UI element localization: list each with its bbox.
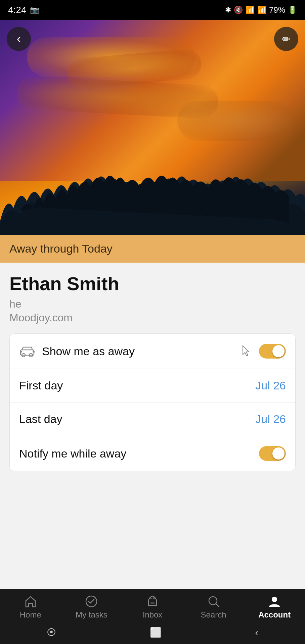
nav-search[interactable]: Search	[193, 595, 234, 620]
edit-button[interactable]: ✏	[274, 27, 298, 51]
svg-point-13	[272, 597, 277, 602]
notify-away-row: Notify me while away	[10, 436, 295, 471]
show-away-label: Show me as away	[42, 345, 135, 358]
battery-text: 79%	[269, 5, 285, 15]
svg-rect-5	[20, 351, 22, 353]
signal-icon: 📶	[257, 6, 266, 14]
nav-home-label: Home	[20, 610, 41, 620]
wifi-icon: 📶	[246, 6, 255, 14]
last-day-label: Last day	[19, 413, 62, 426]
bottom-nav: Home My tasks z z Inbox	[0, 589, 305, 644]
first-day-label: First day	[19, 379, 63, 392]
battery-icon: 🔋	[288, 6, 297, 14]
nav-search-label: Search	[201, 610, 226, 620]
cursor-icon	[242, 345, 251, 357]
car-icon	[19, 345, 35, 357]
camera-icon: 📷	[30, 6, 39, 14]
my-tasks-icon	[85, 595, 98, 608]
show-away-toggle[interactable]	[259, 344, 286, 359]
edit-icon: ✏	[282, 33, 291, 45]
svg-text:z: z	[154, 596, 156, 599]
profile-content: Ethan Smith he Moodjoy.com Show me as aw…	[0, 263, 305, 478]
svg-rect-8	[150, 602, 155, 604]
nav-account-label: Account	[258, 610, 291, 620]
nav-account[interactable]: Account	[254, 595, 295, 620]
svg-rect-6	[33, 351, 35, 353]
mute-icon: 🔇	[234, 6, 243, 14]
profile-company: Moodjoy.com	[9, 312, 296, 324]
back-system-button[interactable]: ‹	[255, 627, 258, 638]
nav-home[interactable]: Home	[10, 595, 51, 620]
bluetooth-icon: ✱	[225, 6, 231, 14]
account-icon	[268, 595, 281, 608]
last-day-row[interactable]: Last day Jul 26	[10, 402, 295, 436]
status-time: 4:24	[8, 5, 27, 15]
nav-my-tasks[interactable]: My tasks	[71, 595, 112, 620]
home-button[interactable]: ⬜	[150, 627, 162, 638]
notify-away-label: Notify me while away	[19, 447, 126, 460]
home-icon	[24, 595, 37, 608]
first-day-value: Jul 26	[255, 379, 286, 392]
search-icon	[207, 595, 220, 608]
nav-inbox-label: Inbox	[143, 610, 163, 620]
inbox-icon: z z	[146, 595, 159, 608]
last-day-value: Jul 26	[255, 413, 286, 426]
show-away-row: Show me as away	[10, 334, 295, 369]
nav-my-tasks-label: My tasks	[76, 610, 107, 620]
notify-away-toggle[interactable]	[259, 446, 286, 461]
tree-silhouette	[0, 168, 305, 235]
away-banner: Away through Today	[0, 235, 305, 263]
hero-image: ‹ ✏	[0, 20, 305, 235]
recent-apps-button[interactable]: ⦿	[47, 627, 56, 638]
profile-name: Ethan Smith	[9, 273, 296, 294]
back-icon: ‹	[17, 32, 21, 46]
back-button[interactable]: ‹	[7, 27, 31, 51]
profile-pronoun: he	[9, 298, 296, 310]
svg-point-7	[86, 596, 97, 607]
nav-inbox[interactable]: z z Inbox	[132, 595, 173, 620]
first-day-row[interactable]: First day Jul 26	[10, 369, 295, 402]
svg-line-12	[216, 604, 219, 607]
settings-card: Show me as away First day Jul 26 Last da…	[9, 333, 296, 471]
away-banner-text: Away through Today	[9, 242, 113, 255]
system-nav-bar: ⦿ ⬜ ‹	[0, 622, 305, 644]
status-bar: 4:24 📷 ✱ 🔇 📶 📶 79% 🔋	[0, 0, 305, 20]
